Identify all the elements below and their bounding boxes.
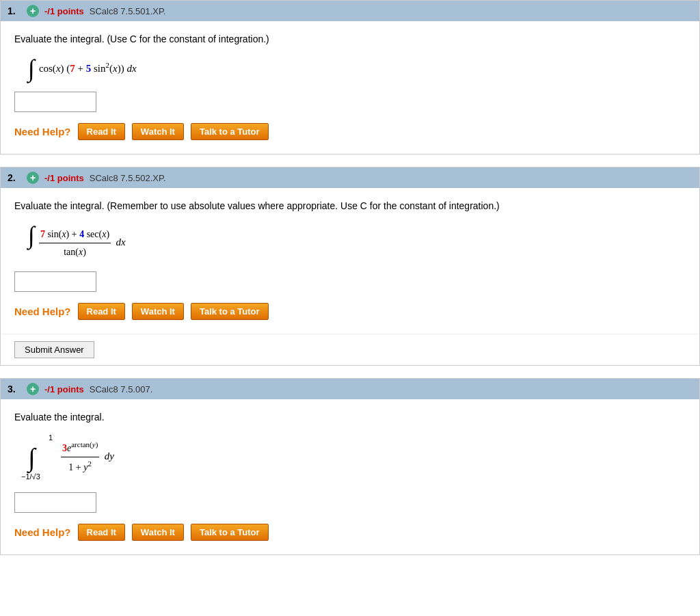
talk-to-tutor-button-3[interactable]: Talk to a Tutor (191, 524, 269, 541)
plus-icon-1[interactable]: + (27, 5, 39, 17)
submit-button-2[interactable]: Submit Answer (14, 341, 94, 358)
question-2-code: SCalc8 7.5.502.XP. (90, 173, 166, 183)
question-2-header: 2. + -/1 points SCalc8 7.5.502.XP. (1, 168, 699, 188)
answer-input-1[interactable] (14, 92, 96, 112)
question-1-text: Evaluate the integral. (Use C for the co… (14, 32, 686, 46)
question-1-number: 1. (8, 5, 21, 16)
question-3-body: Evaluate the integral. ∫ 1 −1/√3 3earcta… (1, 399, 699, 554)
need-help-row-1: Need Help? Read It Watch It Talk to a Tu… (14, 123, 686, 140)
question-3-math: ∫ 1 −1/√3 3earctan(y) 1 + y2 dy (28, 434, 686, 481)
question-3-number: 3. (8, 384, 21, 394)
question-2-text: Evaluate the integral. (Remember to use … (14, 199, 686, 213)
question-3-text: Evaluate the integral. (14, 410, 686, 425)
need-help-row-2: Need Help? Read It Watch It Talk to a Tu… (14, 303, 686, 320)
integral-symbol-1: ∫ (28, 56, 35, 81)
question-1-body: Evaluate the integral. (Use C for the co… (1, 21, 699, 154)
question-2-math: ∫ 7 sin(x) + 4 sec(x) tan(x) dx (28, 223, 686, 260)
question-1-code: SCalc8 7.5.501.XP. (90, 6, 166, 16)
question-1: 1. + -/1 points SCalc8 7.5.501.XP. Evalu… (0, 0, 700, 155)
question-3-code: SCalc8 7.5.007. (90, 384, 153, 394)
need-help-label-1: Need Help? (14, 126, 71, 137)
question-2-body: Evaluate the integral. (Remember to use … (1, 188, 699, 334)
watch-it-button-3[interactable]: Watch It (132, 524, 184, 541)
submit-row-2: Submit Answer (1, 334, 699, 365)
question-1-points: -/1 points (44, 6, 84, 16)
plus-icon-2[interactable]: + (27, 172, 39, 184)
watch-it-button-2[interactable]: Watch It (132, 303, 184, 320)
question-1-math: ∫ cos(x) (7 + 5 sin2(x)) dx (28, 56, 686, 81)
math-expr-2: 7 sin(x) + 4 sec(x) tan(x) dx (39, 226, 126, 260)
watch-it-button-1[interactable]: Watch It (132, 123, 184, 140)
need-help-row-3: Need Help? Read It Watch It Talk to a Tu… (14, 524, 686, 541)
integral-symbol-2: ∫ (28, 223, 35, 247)
read-it-button-1[interactable]: Read It (78, 123, 125, 140)
need-help-label-3: Need Help? (14, 526, 71, 538)
question-2-number: 2. (8, 172, 21, 183)
question-3: 3. + -/1 points SCalc8 7.5.007. Evaluate… (0, 378, 700, 554)
answer-input-3[interactable] (14, 492, 96, 513)
plus-icon-3[interactable]: + (27, 383, 39, 395)
question-2: 2. + -/1 points SCalc8 7.5.502.XP. Evalu… (0, 167, 700, 366)
talk-to-tutor-button-2[interactable]: Talk to a Tutor (191, 303, 269, 320)
math-expr-1: cos(x) (7 + 5 sin2(x)) dx (39, 59, 137, 78)
talk-to-tutor-button-1[interactable]: Talk to a Tutor (191, 123, 269, 140)
read-it-button-2[interactable]: Read It (78, 303, 125, 320)
question-1-header: 1. + -/1 points SCalc8 7.5.501.XP. (1, 1, 699, 21)
question-3-header: 3. + -/1 points SCalc8 7.5.007. (1, 379, 699, 399)
question-3-points: -/1 points (44, 384, 84, 394)
read-it-button-3[interactable]: Read It (78, 524, 125, 541)
integral-symbol-3: ∫ 1 −1/√3 (28, 434, 47, 481)
answer-input-2[interactable] (14, 271, 96, 292)
math-expr-3: 3earctan(y) 1 + y2 dy (61, 438, 114, 476)
need-help-label-2: Need Help? (14, 306, 71, 317)
question-2-points: -/1 points (44, 173, 84, 183)
